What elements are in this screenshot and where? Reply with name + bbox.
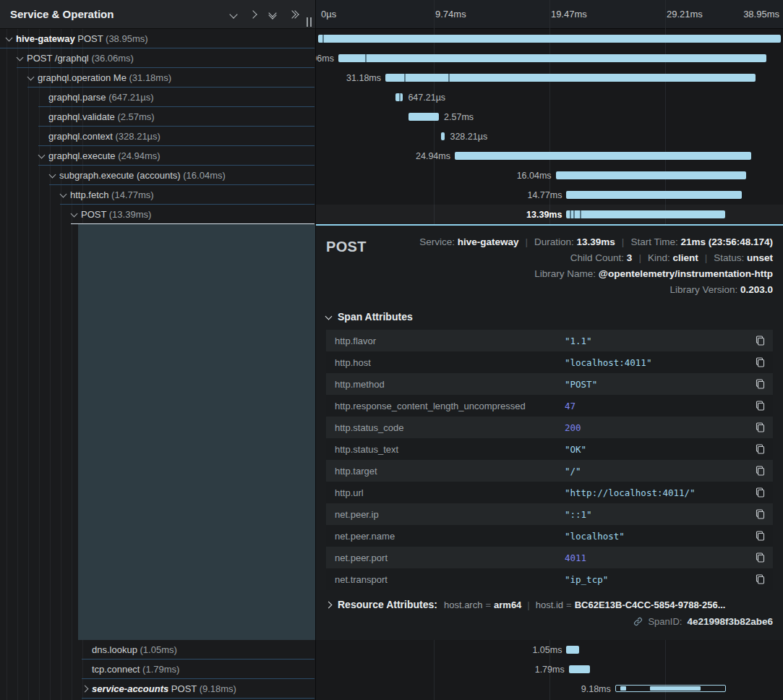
chevron-right-icon[interactable] (82, 679, 92, 699)
copy-value-icon[interactable] (747, 574, 773, 584)
span-tree-row[interactable]: POST /graphql (36.06ms) (0, 48, 315, 68)
waterfall-row[interactable]: 9.18ms (316, 679, 783, 699)
span-attributes-toggle[interactable]: Span Attributes (326, 311, 773, 323)
chevron-down-icon[interactable] (71, 205, 81, 224)
span-tree-row[interactable]: graphql.parse (647.21µs) (0, 88, 315, 107)
tree-toolbar (231, 10, 298, 18)
span-bar[interactable] (408, 113, 439, 121)
span-duration-label: 2.57ms (444, 112, 474, 122)
copy-value-icon[interactable] (747, 531, 773, 541)
waterfall-row[interactable]: 16.04ms (316, 166, 783, 185)
copy-value-icon[interactable] (747, 379, 773, 389)
double-chevron-down-icon[interactable] (270, 10, 275, 18)
span-label: tcp.connect (1.79ms) (92, 664, 179, 675)
span-tree-row[interactable]: subgraph.execute (accounts) (16.04ms) (0, 166, 315, 185)
chevron-down-icon[interactable] (49, 166, 59, 185)
span-bar[interactable] (455, 152, 751, 160)
span-bar[interactable] (318, 35, 781, 43)
bar-mark (580, 210, 581, 218)
attribute-key: net.peer.port (326, 552, 565, 563)
detail-span-title: POST (326, 234, 367, 298)
span-bar[interactable] (385, 74, 756, 82)
copy-value-icon[interactable] (747, 401, 773, 411)
span-tree-row[interactable]: dns.lookup (1.05ms) (0, 640, 315, 660)
detail-meta-line: Child Count: 3|Kind: client|Status: unse… (419, 250, 773, 266)
chevron-down-icon[interactable] (231, 12, 236, 17)
span-tree-row[interactable]: graphql.execute (24.94ms) (0, 146, 315, 166)
detail-meta: Service: hive-gateway|Duration: 13.39ms|… (419, 234, 773, 298)
span-label: hive-gateway POST (38.95ms) (16, 33, 148, 44)
span-tree-row[interactable]: tcp.connect (1.79ms) (0, 660, 315, 679)
detail-meta-line: Library Name: @opentelemetry/instrumenta… (419, 266, 773, 282)
bar-mark (365, 54, 367, 62)
attribute-key: net.peer.name (326, 531, 565, 542)
copy-value-icon[interactable] (747, 552, 773, 563)
chevron-down-icon[interactable] (27, 68, 38, 88)
waterfall-row[interactable]: 38.95ms (316, 29, 783, 48)
copy-value-icon[interactable] (747, 336, 773, 346)
copy-value-icon[interactable] (747, 444, 773, 454)
panel-divider[interactable] (315, 0, 316, 700)
span-bar[interactable] (395, 93, 403, 101)
resource-attributes-row[interactable]: Resource Attributes: host.arch=arm64|hos… (326, 599, 773, 610)
attribute-value: 200 (565, 422, 747, 433)
copy-value-icon[interactable] (747, 466, 773, 476)
attribute-value: "1.1" (565, 336, 747, 346)
copy-value-icon[interactable] (747, 487, 773, 498)
copy-value-icon[interactable] (747, 509, 773, 519)
span-tree-row[interactable]: hive-gateway POST (38.95ms) (0, 29, 315, 48)
span-bar[interactable] (441, 132, 445, 140)
timeline-tick-label: 38.95ms (743, 9, 779, 20)
waterfall-row[interactable]: 36.06ms (316, 48, 783, 68)
span-tree-row[interactable]: graphql.operation Me (31.18ms) (0, 68, 315, 88)
span-bar[interactable] (566, 210, 725, 218)
waterfall-row[interactable]: 2.57ms (316, 107, 783, 127)
attribute-key: http.status_text (326, 444, 565, 455)
attribute-row: net.peer.ip"::1" (326, 503, 773, 525)
waterfall-row[interactable]: 14.77ms (316, 185, 783, 205)
span-tree-row[interactable]: graphql.validate (2.57ms) (0, 107, 315, 127)
chevron-down-icon[interactable] (38, 146, 48, 166)
span-bar[interactable] (566, 646, 578, 654)
attribute-value: "OK" (565, 444, 747, 455)
waterfall-row[interactable]: 647.21µs (316, 88, 783, 107)
chevron-right-icon (325, 601, 333, 608)
attribute-row: http.target"/" (326, 460, 773, 482)
span-id-value: 4e21998f3b82abe6 (687, 616, 773, 627)
copy-value-icon[interactable] (747, 357, 773, 367)
span-tree-row[interactable]: service-accounts POST (9.18ms) (0, 679, 315, 699)
bar-segment (650, 686, 701, 691)
span-label: graphql.execute (24.94ms) (48, 150, 161, 161)
waterfall-row[interactable]: 13.39ms (316, 205, 783, 224)
resource-attributes-pairs: host.arch=arm64|host.id=BC62E13B-C4CC-58… (444, 599, 726, 610)
waterfall-row[interactable]: 1.05ms (316, 640, 783, 660)
panel-resize-handle[interactable] (307, 17, 312, 27)
span-tree-row[interactable]: POST (13.39ms) (0, 205, 315, 224)
bar-mark (573, 210, 575, 218)
span-tree-row[interactable]: graphql.context (328.21µs) (0, 127, 315, 146)
attribute-row: http.host"localhost:4011" (326, 351, 773, 373)
chevron-down-icon[interactable] (6, 29, 16, 48)
waterfall-row[interactable]: 31.18ms (316, 68, 783, 88)
attribute-value: 4011 (565, 552, 747, 563)
span-bar[interactable] (556, 171, 747, 179)
span-bar[interactable] (615, 685, 726, 692)
resource-attributes-title: Resource Attributes: (338, 599, 437, 610)
waterfall-row[interactable]: 328.21µs (316, 127, 783, 146)
chevron-right-icon[interactable] (250, 12, 256, 17)
waterfall-row[interactable]: 1.79ms (316, 660, 783, 679)
span-label: graphql.operation Me (31.18ms) (38, 72, 171, 83)
span-tree-row[interactable]: http.fetch (14.77ms) (0, 185, 315, 205)
attribute-key: net.transport (326, 574, 565, 585)
span-bar[interactable] (569, 665, 590, 673)
span-label: graphql.validate (2.57ms) (48, 111, 155, 122)
span-bar[interactable] (566, 191, 742, 199)
chevron-down-icon[interactable] (60, 185, 70, 205)
double-chevron-right-icon[interactable] (289, 12, 298, 17)
attribute-key: http.status_code (326, 422, 565, 433)
span-bar[interactable] (338, 54, 767, 62)
chevron-down-icon[interactable] (17, 48, 27, 68)
link-icon[interactable] (633, 617, 643, 626)
waterfall-row[interactable]: 24.94ms (316, 146, 783, 166)
copy-value-icon[interactable] (747, 422, 773, 432)
